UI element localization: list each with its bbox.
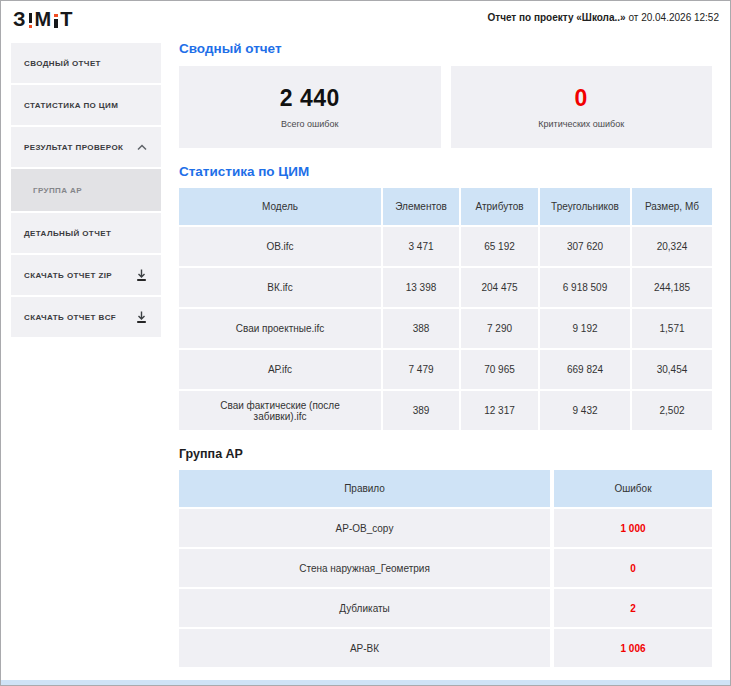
sidebar-item-label: Группа АР	[24, 186, 82, 195]
stats-value-cell: 70 965	[461, 350, 538, 389]
chevron-up-icon	[136, 143, 148, 152]
group-errors-cell: 2	[554, 589, 712, 627]
report-window: З M T Отчет по проекту «Школа..» от 20.0…	[0, 0, 731, 686]
main-content: Сводный отчет 2 440 Всего ошибок 0 Крити…	[179, 37, 712, 667]
stats-value-cell: 7 290	[461, 309, 538, 348]
logo-exclamation-icon	[29, 12, 33, 28]
sidebar-item-group-ar[interactable]: Группа АР	[11, 169, 161, 211]
total-errors-label: Всего ошибок	[281, 119, 338, 129]
stats-column-header: Размер, Мб	[632, 188, 712, 225]
logo-i-icon	[54, 12, 58, 28]
stats-column-header: Треугольников	[540, 188, 630, 225]
report-date: от 20.04.2026 12:52	[628, 12, 719, 23]
stats-model-cell: Сваи проектные.ifc	[179, 309, 381, 348]
sidebar-item-label: Результат проверок	[24, 143, 123, 152]
group-errors-cell: 1 000	[554, 509, 712, 547]
logo-letter: T	[60, 10, 73, 29]
critical-errors-value: 0	[575, 85, 588, 112]
stats-model-cell: Сваи фактические (после забивки).ifc	[179, 391, 381, 430]
sidebar-item-download-zip[interactable]: Скачать отчет ZIP	[11, 255, 161, 295]
stats-column-header: Элементов	[383, 188, 459, 225]
stats-value-cell: 669 824	[540, 350, 630, 389]
stats-value-cell: 7 479	[383, 350, 459, 389]
stats-column-header: Атрибутов	[461, 188, 538, 225]
group-rule-cell: АР-ВК	[179, 629, 550, 667]
stats-value-cell: 65 192	[461, 227, 538, 266]
stats-value-cell: 12 317	[461, 391, 538, 430]
sidebar-item-detailed-report[interactable]: Детальный отчет	[11, 213, 161, 253]
stats-value-cell: 13 398	[383, 268, 459, 307]
sidebar-item-label: Скачать отчет BCF	[24, 313, 116, 322]
group-errors-cell: 0	[554, 549, 712, 587]
group-errors-cell: 1 006	[554, 629, 712, 667]
stats-value-cell: 6 918 509	[540, 268, 630, 307]
total-errors-value: 2 440	[280, 85, 340, 112]
report-meta: Отчет по проекту «Школа..» от 20.04.2026…	[487, 12, 719, 23]
stats-value-cell: 389	[383, 391, 459, 430]
total-errors-card: 2 440 Всего ошибок	[179, 66, 441, 148]
group-rule-cell: Стена наружная_Геометрия	[179, 549, 550, 587]
sidebar-item-cim-statistics[interactable]: Статистика по ЦИМ	[11, 85, 161, 125]
stats-column-header: Модель	[179, 188, 381, 225]
stats-value-cell: 388	[383, 309, 459, 348]
group-column-header: Ошибок	[554, 470, 712, 507]
group-rule-cell: Дубликаты	[179, 589, 550, 627]
stats-section-title: Статистика по ЦИМ	[179, 164, 712, 179]
critical-errors-card: 0 Критических ошибок	[451, 66, 713, 148]
stats-model-cell: АР.ifc	[179, 350, 381, 389]
sidebar-item-label: Сводный отчет	[24, 59, 101, 68]
summary-cards: 2 440 Всего ошибок 0 Критических ошибок	[179, 66, 712, 148]
sidebar-item-check-results[interactable]: Результат проверок	[11, 127, 161, 167]
group-column-header: Правило	[179, 470, 550, 507]
stats-table: МодельЭлементовАтрибутовТреугольниковРаз…	[179, 188, 712, 430]
sidebar-item-download-bcf[interactable]: Скачать отчет BCF	[11, 297, 161, 337]
stats-value-cell: 30,454	[632, 350, 712, 389]
stats-value-cell: 9 432	[540, 391, 630, 430]
sidebar: Сводный отчетСтатистика по ЦИМРезультат …	[11, 43, 161, 337]
sidebar-item-label: Детальный отчет	[24, 229, 111, 238]
download-icon	[135, 268, 148, 282]
group-rule-cell: АР-ОВ_copy	[179, 509, 550, 547]
summary-section-title: Сводный отчет	[179, 41, 712, 56]
bimit-logo: З M T	[13, 9, 73, 29]
stats-value-cell: 2,502	[632, 391, 712, 430]
sidebar-item-label: Скачать отчет ZIP	[24, 271, 112, 280]
stats-value-cell: 204 475	[461, 268, 538, 307]
sidebar-item-summary-report[interactable]: Сводный отчет	[11, 43, 161, 83]
group-section-title: Группа АР	[179, 447, 712, 461]
stats-value-cell: 3 471	[383, 227, 459, 266]
report-title: Отчет по проекту «Школа..»	[487, 12, 625, 23]
critical-errors-label: Критических ошибок	[538, 119, 624, 129]
stats-value-cell: 307 620	[540, 227, 630, 266]
cutoff-next-table-header	[1, 680, 730, 685]
stats-model-cell: ОВ.ifc	[179, 227, 381, 266]
logo-letter: З	[13, 10, 26, 29]
logo-letter: M	[35, 10, 52, 29]
stats-value-cell: 20,324	[632, 227, 712, 266]
stats-value-cell: 9 192	[540, 309, 630, 348]
stats-model-cell: ВК.ifc	[179, 268, 381, 307]
stats-value-cell: 1,571	[632, 309, 712, 348]
stats-value-cell: 244,185	[632, 268, 712, 307]
sidebar-item-label: Статистика по ЦИМ	[24, 101, 118, 110]
group-table: ПравилоОшибокАР-ОВ_copy1 000Стена наружн…	[179, 470, 712, 667]
download-icon	[135, 310, 148, 324]
top-bar: З M T Отчет по проекту «Школа..» от 20.0…	[1, 1, 730, 37]
